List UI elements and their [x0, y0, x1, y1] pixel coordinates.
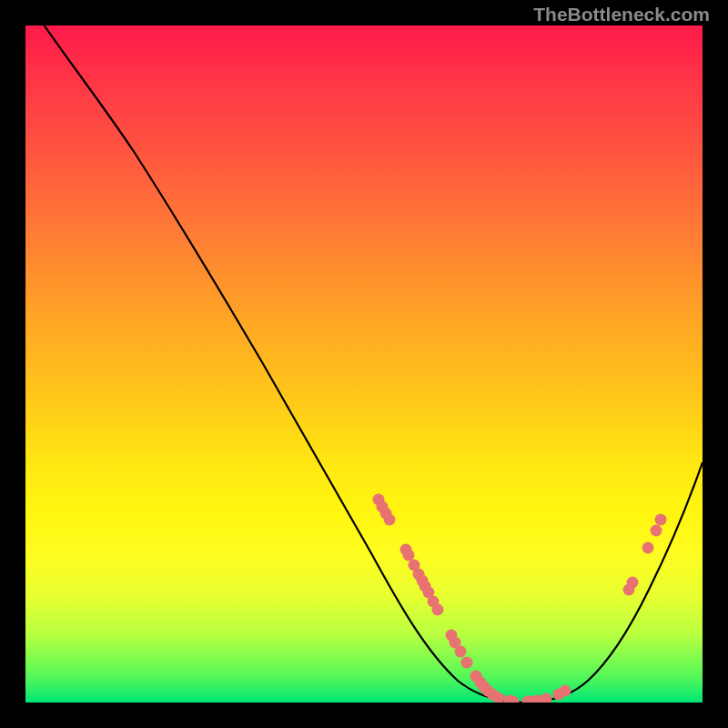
chart-svg: [25, 25, 703, 703]
data-point: [627, 577, 639, 589]
watermark-text: TheBottleneck.com: [533, 4, 710, 25]
data-point: [651, 525, 662, 537]
data-point: [432, 604, 444, 616]
data-point: [655, 514, 667, 526]
data-point: [461, 657, 473, 669]
data-point: [541, 693, 552, 703]
data-point: [455, 646, 467, 658]
data-point: [560, 685, 571, 697]
chart-area: [25, 25, 703, 703]
data-points: [373, 494, 667, 703]
data-point: [642, 542, 654, 554]
data-point: [403, 550, 415, 561]
bottleneck-curve: [25, 25, 703, 703]
data-point: [384, 514, 396, 526]
